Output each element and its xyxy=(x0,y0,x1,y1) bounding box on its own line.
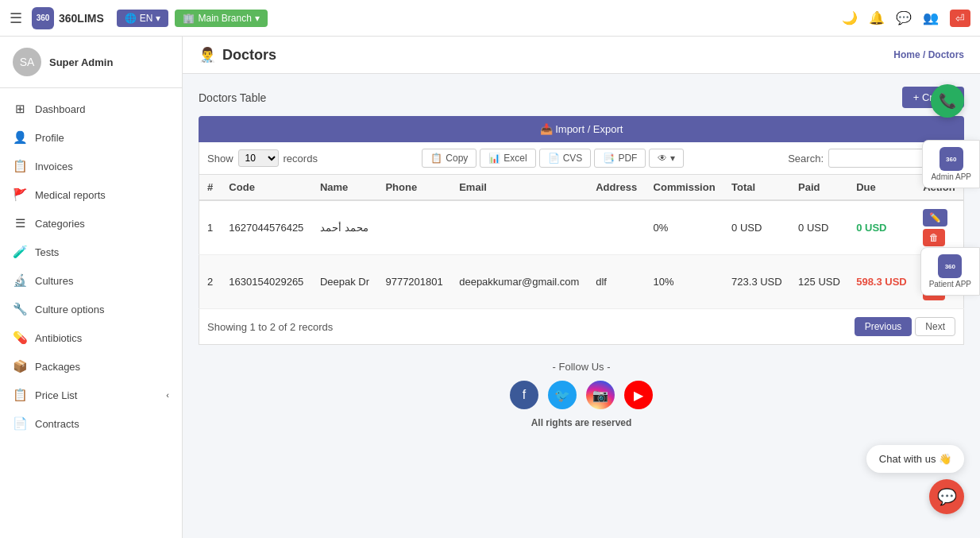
dark-mode-icon[interactable]: 🌙 xyxy=(842,10,858,25)
col-num: # xyxy=(199,175,222,200)
twitter-icon[interactable]: 🐦 xyxy=(548,381,577,409)
cell-name: محمد أحمد xyxy=(312,200,378,255)
sidebar-item-contracts[interactable]: 📄 Contracts xyxy=(0,409,182,438)
patient-app-logo: 360 xyxy=(938,254,962,278)
branch-button[interactable]: 🏢 Main Branch ▾ xyxy=(175,10,267,27)
col-address: Address xyxy=(588,175,645,200)
sidebar-user: SA Super Admin xyxy=(0,37,182,88)
show-records: Show 10 25 50 100 records xyxy=(207,149,318,167)
chat-widget: Chat with us 👋 💬 xyxy=(866,445,964,514)
hamburger-icon[interactable]: ☰ xyxy=(10,10,22,27)
table-controls: Show 10 25 50 100 records 📋 Copy 📊 Excel… xyxy=(199,142,964,175)
content-wrapper: 👨‍⚕️ Doctors Home / Doctors 📞 360 Admin … xyxy=(183,37,980,457)
copy-button[interactable]: 📋 Copy xyxy=(422,149,476,168)
sidebar-item-categories[interactable]: ☰ Categories xyxy=(0,209,182,238)
cell-name: Deepak Dr xyxy=(312,255,378,309)
cell-due: 0 USD xyxy=(848,200,915,255)
table-row: 1 1627044576425 محمد أحمد 0% 0 USD 0 USD… xyxy=(199,200,964,255)
col-commission: Commission xyxy=(646,175,723,200)
sidebar-item-label: Tests xyxy=(35,246,59,258)
instagram-icon[interactable]: 📷 xyxy=(586,381,615,409)
sidebar-item-antibiotics[interactable]: 💊 Antibiotics xyxy=(0,323,182,352)
phone-button[interactable]: 📞 xyxy=(931,84,964,118)
cell-paid: 125 USD xyxy=(790,255,848,309)
cell-num: 2 xyxy=(199,255,222,309)
pdf-button[interactable]: 📑 PDF xyxy=(594,149,646,168)
previous-button[interactable]: Previous xyxy=(855,317,912,336)
sidebar-item-invoices[interactable]: 📋 Invoices xyxy=(0,152,182,180)
edit-button[interactable]: ✏️ xyxy=(923,209,947,226)
sidebar-item-label: Contracts xyxy=(35,418,79,430)
notification-icon[interactable]: 🔔 xyxy=(869,10,885,25)
follow-text: - Follow Us - xyxy=(214,361,948,373)
cvs-button[interactable]: 📄 CVS xyxy=(539,149,592,168)
search-label: Search: xyxy=(788,153,824,164)
sidebar-item-label: Antibiotics xyxy=(35,332,82,344)
logout-icon[interactable]: ⏎ xyxy=(950,10,970,27)
view-button[interactable]: 👁 ▾ xyxy=(649,149,683,168)
sidebar-item-label: Profile xyxy=(35,132,64,144)
content-area: Doctors Table + Create 📥 Import / Export… xyxy=(183,74,980,457)
delete-button[interactable]: 🗑 xyxy=(923,229,945,246)
table-body: 1 1627044576425 محمد أحمد 0% 0 USD 0 USD… xyxy=(199,200,964,309)
records-info: Showing 1 to 2 of 2 records xyxy=(207,321,333,333)
chat-button[interactable]: 💬 xyxy=(929,479,964,514)
youtube-icon[interactable]: ▶ xyxy=(624,381,653,409)
tests-icon: 🧪 xyxy=(13,245,27,259)
cell-address: dlf xyxy=(588,255,645,309)
sidebar-item-packages[interactable]: 📦 Packages xyxy=(0,352,182,381)
breadcrumb-home[interactable]: Home xyxy=(893,49,920,60)
sidebar-item-label: Price List xyxy=(35,389,77,401)
sidebar-item-culture-options[interactable]: 🔧 Culture options xyxy=(0,295,182,323)
users-icon[interactable]: 👥 xyxy=(923,10,939,25)
language-button[interactable]: 🌐 EN ▾ xyxy=(117,10,169,27)
dashboard-icon: ⊞ xyxy=(13,102,27,116)
records-per-page-select[interactable]: 10 25 50 100 xyxy=(238,149,279,167)
import-export-bar[interactable]: 📥 Import / Export xyxy=(199,116,964,142)
table-header-row: # Code Name Phone Email Address Commissi… xyxy=(199,175,964,200)
sidebar-item-tests[interactable]: 🧪 Tests xyxy=(0,238,182,266)
profile-icon: 👤 xyxy=(13,130,27,145)
sidebar-item-label: Medical reports xyxy=(35,189,106,201)
next-button[interactable]: Next xyxy=(915,317,955,336)
patient-app-button[interactable]: 360 Patient APP xyxy=(920,247,980,296)
cell-email xyxy=(451,200,588,255)
table-header-row: Doctors Table + Create xyxy=(199,87,964,108)
col-email: Email xyxy=(451,175,588,200)
sidebar-item-cultures[interactable]: 🔬 Cultures xyxy=(0,266,182,295)
cell-commission: 0% xyxy=(646,200,723,255)
col-paid: Paid xyxy=(790,175,848,200)
avatar: SA xyxy=(13,48,41,76)
cell-num: 1 xyxy=(199,200,222,255)
sidebar-item-dashboard[interactable]: ⊞ Dashboard xyxy=(0,95,182,123)
patient-app-label: Patient APP xyxy=(929,280,971,288)
contracts-icon: 📄 xyxy=(13,416,27,431)
col-total: Total xyxy=(723,175,790,200)
cell-commission: 10% xyxy=(646,255,723,309)
app-logo: 360 xyxy=(32,7,54,29)
rights-text: All rights are reserved xyxy=(214,417,948,428)
sidebar-username: Super Admin xyxy=(49,56,113,68)
admin-app-button[interactable]: 360 Admin APP xyxy=(922,140,980,188)
messages-icon[interactable]: 💬 xyxy=(896,10,912,25)
doctors-page-icon: 👨‍⚕️ xyxy=(199,46,216,64)
sidebar-item-profile[interactable]: 👤 Profile xyxy=(0,123,182,152)
invoices-icon: 📋 xyxy=(13,159,27,173)
sidebar-item-medical-reports[interactable]: 🚩 Medical reports xyxy=(0,180,182,209)
table-footer: Showing 1 to 2 of 2 records Previous Nex… xyxy=(199,309,964,345)
cell-code: 1627044576425 xyxy=(221,200,312,255)
excel-button[interactable]: 📊 Excel xyxy=(480,149,535,168)
sidebar-item-price-list[interactable]: 📋 Price List ‹ xyxy=(0,381,182,409)
social-icons: f 🐦 📷 ▶ xyxy=(214,381,948,409)
price-list-icon: 📋 xyxy=(13,388,27,402)
facebook-icon[interactable]: f xyxy=(510,381,538,409)
page-header: 👨‍⚕️ Doctors Home / Doctors xyxy=(183,37,980,74)
breadcrumb: Home / Doctors xyxy=(893,49,964,60)
sidebar-item-label: Invoices xyxy=(35,161,73,172)
chat-bubble[interactable]: Chat with us 👋 xyxy=(866,445,964,473)
cell-due: 598.3 USD xyxy=(848,255,915,309)
sidebar-item-label: Cultures xyxy=(35,275,73,287)
sidebar-item-label: Packages xyxy=(35,361,80,373)
cell-total: 0 USD xyxy=(723,200,790,255)
col-due: Due xyxy=(848,175,915,200)
